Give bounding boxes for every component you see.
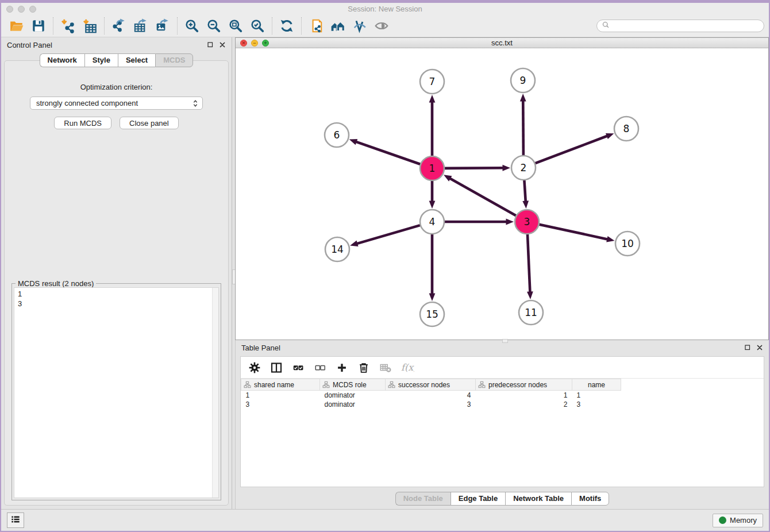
mcds-result-title: MCDS result (2 nodes) bbox=[16, 279, 96, 288]
delete-column-icon[interactable] bbox=[356, 360, 372, 376]
show-hide-icon[interactable] bbox=[371, 17, 392, 35]
table-cell[interactable]: dominator bbox=[320, 400, 386, 409]
table-row[interactable]: 1dominator411 bbox=[241, 391, 621, 400]
table-cell[interactable]: 1 bbox=[476, 391, 572, 400]
save-session-icon[interactable] bbox=[28, 17, 49, 35]
table-tabs: Node TableEdge TableNetwork TableMotifs bbox=[395, 492, 610, 506]
tab-node-table[interactable]: Node Table bbox=[395, 492, 451, 506]
graph-edge-1-6[interactable] bbox=[356, 141, 421, 164]
gear-icon[interactable] bbox=[247, 360, 263, 376]
graph-edge-2-3[interactable] bbox=[524, 180, 525, 202]
graph-edge-1-2[interactable] bbox=[445, 168, 504, 168]
tab-style[interactable]: Style bbox=[84, 53, 118, 67]
control-panel-tabs: NetworkStyleSelectMCDS bbox=[1, 53, 232, 67]
graph-edge-4-14[interactable] bbox=[356, 225, 420, 244]
tab-network[interactable]: Network bbox=[40, 53, 84, 67]
node-table[interactable]: shared nameMCDS rolesuccessor nodesprede… bbox=[241, 379, 621, 409]
column-header-MCDS-role[interactable]: MCDS role bbox=[320, 379, 386, 391]
import-table-icon[interactable] bbox=[79, 17, 101, 35]
node-table-container: f(x) shared nameMCDS rolesuccessor nodes… bbox=[240, 356, 764, 487]
column-type-icon bbox=[388, 381, 395, 388]
zoom-in-icon[interactable] bbox=[181, 17, 203, 35]
table-row[interactable]: 3dominator323 bbox=[241, 400, 621, 409]
network-graph[interactable]: 7968124314101511 bbox=[236, 48, 767, 337]
export-table-icon[interactable] bbox=[130, 17, 152, 35]
select-all-icon[interactable] bbox=[290, 360, 306, 376]
tab-select[interactable]: Select bbox=[118, 53, 155, 67]
float-panel-icon[interactable] bbox=[207, 41, 214, 48]
zoom-fit-icon[interactable] bbox=[225, 17, 247, 35]
memory-button[interactable]: Memory bbox=[713, 514, 763, 527]
graph-node-label: 4 bbox=[429, 216, 436, 228]
table-cell[interactable]: 3 bbox=[386, 400, 476, 409]
mcds-result-text[interactable]: 13 bbox=[14, 287, 219, 498]
control-panel: Control Panel NetworkStyleSelectMCDS Opt… bbox=[1, 37, 232, 509]
network-window-titlebar[interactable]: ✕ − + scc.txt bbox=[236, 38, 768, 48]
graph-node-label: 7 bbox=[429, 76, 436, 87]
toolbar-separator bbox=[272, 17, 272, 34]
column-type-icon bbox=[322, 381, 330, 388]
network-view-window: ✕ − + scc.txt 7968124314101511 bbox=[235, 37, 769, 340]
tab-mcds[interactable]: MCDS bbox=[155, 53, 193, 67]
network-window-title: scc.txt bbox=[236, 38, 768, 47]
run-mcds-button[interactable]: Run MCDS bbox=[54, 117, 111, 129]
table-cell[interactable]: 3 bbox=[241, 400, 320, 409]
table-cell[interactable]: dominator bbox=[320, 391, 386, 400]
tab-network-table[interactable]: Network Table bbox=[505, 492, 571, 506]
tab-motifs[interactable]: Motifs bbox=[571, 492, 609, 506]
column-header-shared-name[interactable]: shared name bbox=[241, 379, 320, 391]
optimization-criterion-select[interactable]: strongly connected component bbox=[30, 97, 203, 110]
horizontal-splitter-handle[interactable] bbox=[502, 339, 508, 343]
overview-icon[interactable] bbox=[327, 17, 349, 35]
graph-edge-arrow bbox=[520, 94, 526, 102]
graph-edge-arrow bbox=[429, 294, 436, 302]
graph-edge-3-10[interactable] bbox=[539, 225, 608, 240]
zoom-out-icon[interactable] bbox=[203, 17, 225, 35]
network-canvas[interactable]: 7968124314101511 bbox=[236, 48, 768, 340]
search-input[interactable] bbox=[613, 22, 759, 30]
export-image-icon[interactable] bbox=[152, 17, 174, 35]
result-scrollbar[interactable] bbox=[212, 288, 218, 498]
graph-edge-3-11[interactable] bbox=[528, 234, 530, 293]
add-column-icon[interactable] bbox=[334, 360, 350, 376]
column-header-predecessor-nodes[interactable]: predecessor nodes bbox=[476, 379, 572, 391]
toolbar-separator bbox=[104, 17, 105, 34]
table-cell[interactable]: 2 bbox=[476, 400, 572, 409]
graph-node-label: 14 bbox=[331, 244, 344, 255]
search-field[interactable] bbox=[596, 20, 764, 32]
table-cell[interactable]: 1 bbox=[572, 391, 621, 400]
column-header-successor-nodes[interactable]: successor nodes bbox=[386, 379, 476, 391]
app-window-title: Session: New Session bbox=[1, 5, 769, 13]
refresh-icon[interactable] bbox=[276, 17, 298, 35]
column-type-icon bbox=[478, 381, 486, 388]
zoom-selected-icon[interactable] bbox=[247, 17, 268, 35]
graph-edge-3-1[interactable] bbox=[449, 178, 516, 215]
combo-stepper-icon bbox=[191, 99, 200, 108]
function-builder-icon: f(x) bbox=[399, 360, 415, 376]
search-icon bbox=[602, 21, 610, 32]
close-panel-button[interactable]: Close panel bbox=[120, 117, 179, 129]
table-cell[interactable]: 3 bbox=[572, 400, 621, 409]
apply-style-icon[interactable] bbox=[349, 17, 371, 35]
float-table-panel-icon[interactable] bbox=[744, 344, 751, 351]
list-icon bbox=[10, 514, 21, 527]
deselect-all-icon[interactable] bbox=[312, 360, 328, 376]
graph-node-label: 8 bbox=[623, 123, 630, 134]
column-header-name[interactable]: name bbox=[572, 379, 621, 391]
graph-edge-2-9[interactable] bbox=[523, 100, 523, 155]
close-panel-icon[interactable] bbox=[219, 41, 226, 48]
optimization-criterion-label: Optimization criterion: bbox=[5, 83, 228, 91]
duplicate-network-icon[interactable] bbox=[305, 17, 327, 35]
table-cell[interactable]: 1 bbox=[241, 391, 320, 400]
open-session-icon[interactable] bbox=[6, 17, 28, 35]
import-network-icon[interactable] bbox=[57, 17, 79, 35]
table-cell[interactable]: 4 bbox=[386, 391, 476, 400]
graph-node-label: 11 bbox=[525, 307, 537, 318]
split-view-icon[interactable] bbox=[268, 360, 284, 376]
graph-node-label: 6 bbox=[334, 129, 340, 141]
export-network-icon[interactable] bbox=[108, 17, 130, 35]
task-history-button[interactable] bbox=[7, 512, 24, 528]
close-table-panel-icon[interactable] bbox=[756, 344, 763, 351]
tab-edge-table[interactable]: Edge Table bbox=[451, 492, 505, 506]
graph-edge-2-8[interactable] bbox=[536, 136, 608, 163]
